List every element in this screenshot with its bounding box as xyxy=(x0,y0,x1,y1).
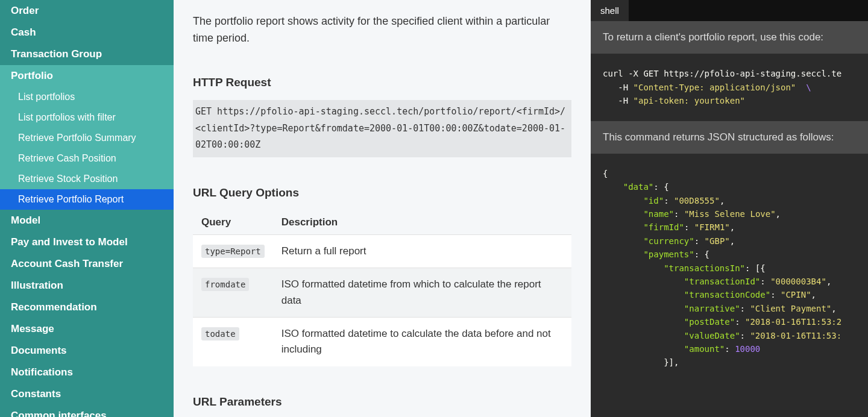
sidebar-item[interactable]: Message xyxy=(0,318,174,340)
sidebar-item[interactable]: Illustration xyxy=(0,275,174,296)
http-request-heading: HTTP Request xyxy=(193,76,571,89)
http-request-code: GET https://pfolio-api-staging.seccl.tec… xyxy=(193,100,571,157)
sidebar-item[interactable]: Notifications xyxy=(0,362,174,383)
curl-block: curl -X GET https://pfolio-api-staging.s… xyxy=(591,54,868,121)
sidebar-sub-item[interactable]: Retrieve Stock Position xyxy=(0,169,174,189)
query-desc: ISO formatted datetime to calculate the … xyxy=(273,318,571,366)
sidebar-item[interactable]: Account Cash Transfer xyxy=(0,253,174,275)
sidebar-item[interactable]: Constants xyxy=(0,383,174,405)
table-row: type=ReportReturn a full report xyxy=(193,235,571,268)
query-desc: Return a full report xyxy=(273,235,571,268)
sidebar-sub-item[interactable]: List portfolios xyxy=(0,87,174,107)
tab-shell[interactable]: shell xyxy=(591,0,629,21)
sidebar-item[interactable]: Pay and Invest to Model xyxy=(0,231,174,253)
intro-paragraph: The portfolio report shows activity for … xyxy=(193,13,571,47)
sidebar-item[interactable]: Recommendation xyxy=(0,296,174,318)
sidebar-item[interactable]: Common interfaces xyxy=(0,405,174,417)
query-options-table: Query Description type=ReportReturn a fu… xyxy=(193,210,571,366)
code-desc-2: This command returns JSON structured as … xyxy=(591,121,868,154)
sidebar: OrderCashTransaction GroupPortfolioList … xyxy=(0,0,174,417)
sidebar-item[interactable]: Portfolio xyxy=(0,65,174,87)
query-code: todate xyxy=(201,327,239,340)
code-panel: shell To return a client's portfolio rep… xyxy=(591,0,868,417)
sidebar-sub-item[interactable]: List portfolios with filter xyxy=(0,107,174,128)
url-params-heading: URL Parameters xyxy=(193,395,571,409)
table-header-query: Query xyxy=(193,210,273,235)
table-row: todateISO formatted datetime to calculat… xyxy=(193,318,571,366)
table-row: fromdateISO formatted datetime from whic… xyxy=(193,268,571,318)
sidebar-sub-item[interactable]: Retrieve Cash Position xyxy=(0,148,174,169)
code-desc-1: To return a client's portfolio report, u… xyxy=(591,21,868,54)
sidebar-item[interactable]: Model xyxy=(0,210,174,231)
sidebar-item[interactable]: Order xyxy=(0,0,174,22)
query-code: type=Report xyxy=(201,245,265,258)
url-query-heading: URL Query Options xyxy=(193,186,571,199)
code-tabbar: shell xyxy=(591,0,868,21)
sidebar-item[interactable]: Documents xyxy=(0,340,174,362)
main-content: The portfolio report shows activity for … xyxy=(174,0,591,417)
sidebar-item[interactable]: Transaction Group xyxy=(0,43,174,65)
json-block: { "data": { "id": "00D8555", "name": "Mi… xyxy=(591,154,868,383)
query-code: fromdate xyxy=(201,278,249,291)
query-desc: ISO formatted datetime from which to cal… xyxy=(273,268,571,318)
sidebar-sub-item[interactable]: Retrieve Portfolio Report xyxy=(0,189,174,210)
sidebar-item[interactable]: Cash xyxy=(0,22,174,43)
table-header-desc: Description xyxy=(273,210,571,235)
sidebar-sub-item[interactable]: Retrieve Portfolio Summary xyxy=(0,128,174,148)
